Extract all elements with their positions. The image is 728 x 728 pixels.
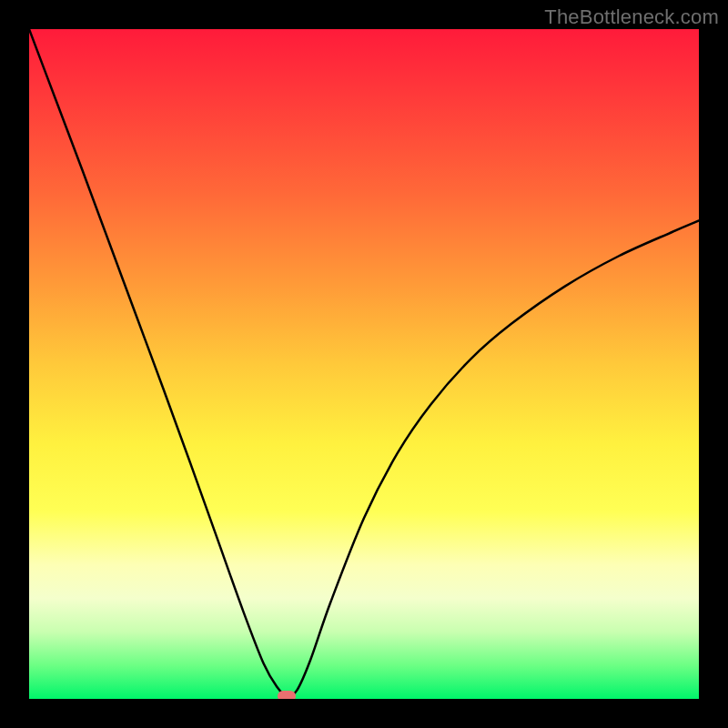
watermark-text: TheBottleneck.com	[544, 5, 719, 29]
chart-container: TheBottleneck.com	[0, 0, 728, 728]
bottleneck-curve	[29, 29, 699, 696]
min-point-marker	[278, 691, 296, 699]
plot-area	[29, 29, 699, 699]
curve-layer	[29, 29, 699, 699]
